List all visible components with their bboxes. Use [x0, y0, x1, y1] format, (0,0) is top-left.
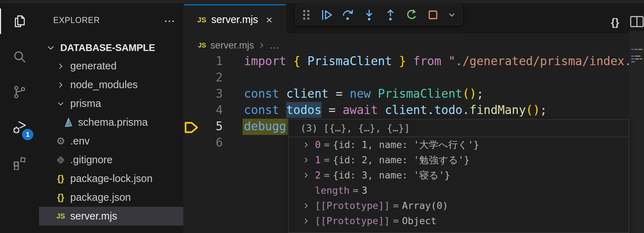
root-folder-label: DATABASE-SAMPLE	[60, 42, 155, 53]
chevron-right-icon[interactable]	[302, 217, 315, 225]
minimap-mark	[631, 49, 644, 50]
js-file-icon: JS	[198, 41, 206, 49]
line-number: 5	[184, 118, 223, 135]
minimap-mark	[631, 61, 644, 62]
chevron-down-icon	[45, 42, 57, 54]
file-tree: generated node_modules prisma schema.pri…	[39, 57, 183, 226]
sidebar-item-env[interactable]: ⚙ .env	[39, 132, 183, 150]
debug-stop-button[interactable]	[426, 8, 440, 22]
code-line-2: 2	[184, 69, 644, 86]
sidebar-item-generated[interactable]: generated	[39, 57, 183, 75]
sidebar-item-server-mjs[interactable]: JS server.mjs	[39, 207, 183, 226]
debug-count-badge: 1	[22, 129, 33, 140]
word-highlight-todos: todos	[286, 103, 321, 117]
git-icon	[55, 154, 67, 166]
split-editor-icon[interactable]	[630, 16, 644, 29]
debug-hover-popup: (3) [{…}, {…}, {…}] 0={id: 1, name: '大学へ…	[288, 119, 629, 233]
chevron-right-icon[interactable]	[302, 141, 315, 148]
activity-bar: 1	[0, 4, 39, 233]
vscode-window: { "activity_bar": { "items": [ {"name": …	[0, 0, 644, 233]
toolbar-dropdown-chevron-icon[interactable]	[448, 8, 456, 22]
more-actions-button[interactable]: ⋯	[164, 14, 176, 28]
popup-value-summary: (3) [{…}, {…}, {…}]	[288, 119, 629, 137]
line-number: 3	[184, 86, 223, 102]
drag-grip-icon[interactable]	[301, 8, 312, 22]
popup-row-0[interactable]: 0={id: 1, name: '大学へ行く'}	[288, 137, 629, 152]
extensions-icon	[12, 156, 27, 170]
js-file-icon: JS	[55, 210, 67, 222]
activity-explorer-button[interactable]	[0, 4, 39, 39]
tab-label: server.mjs	[211, 14, 258, 25]
sidebar-item-package-lock-json[interactable]: {} package-lock.json	[39, 169, 183, 188]
minimap-mark	[631, 56, 644, 57]
code-line-3: 3 const client = new PrismaClient();	[184, 86, 644, 102]
activity-search-button[interactable]	[0, 39, 39, 74]
sidebar-item-package-json[interactable]: {} package.json	[39, 188, 183, 207]
tree-item-label: node_modules	[70, 79, 138, 91]
source-control-icon	[12, 85, 27, 99]
prisma-file-icon	[62, 116, 74, 129]
explorer-sidebar: EXPLORER ⋯ DATABASE-SAMPLE generated nod…	[39, 4, 184, 233]
tabbar-divider	[286, 34, 644, 34]
minimap-mark	[631, 58, 644, 59]
debug-step-into-button[interactable]	[362, 8, 376, 22]
braces-action-icon[interactable]: {}	[611, 16, 619, 28]
chevron-right-icon	[55, 60, 67, 72]
sidebar-item-gitignore[interactable]: .gitignore	[39, 150, 183, 169]
activity-source-control-button[interactable]	[0, 74, 39, 110]
sidebar-title: EXPLORER	[53, 16, 100, 25]
tree-item-label: schema.prisma	[78, 116, 148, 128]
tree-item-label: generated	[70, 60, 117, 72]
tree-item-label: .env	[70, 135, 90, 147]
chevron-right-icon[interactable]	[302, 172, 315, 179]
line-number: 2	[184, 69, 223, 86]
tab-server-mjs[interactable]: JS server.mjs ×	[184, 4, 286, 34]
code-line-1: 1 import { PrismaClient } from "./genera…	[184, 53, 644, 69]
chevron-right-icon	[55, 79, 67, 91]
sidebar-item-prisma[interactable]: prisma	[39, 94, 183, 113]
debug-step-over-button[interactable]	[341, 8, 355, 22]
debug-toolbar	[295, 5, 462, 25]
tree-item-label: server.mjs	[70, 210, 117, 222]
sidebar-item-schema-prisma[interactable]: schema.prisma	[39, 113, 183, 132]
search-icon	[12, 50, 27, 64]
activity-run-debug-button[interactable]: 1	[0, 110, 39, 145]
files-icon	[12, 14, 27, 28]
close-icon[interactable]: ×	[266, 14, 273, 25]
js-file-icon: JS	[197, 16, 206, 24]
editor-actions: {}	[611, 12, 644, 33]
debug-continue-button[interactable]	[320, 8, 333, 22]
gear-icon: ⚙	[55, 135, 67, 147]
activity-extensions-button[interactable]	[0, 145, 39, 181]
sidebar-item-node-modules[interactable]: node_modules	[39, 75, 183, 94]
json-braces-icon: {}	[55, 192, 67, 204]
popup-row-prototype-array[interactable]: [[Prototype]]=Array(0)	[288, 198, 629, 213]
line-number: 6	[184, 135, 223, 151]
code-line-4: 4 const todos = await client.todo.findMa…	[184, 102, 644, 118]
chevron-right-icon	[258, 42, 265, 49]
line-number: 1	[184, 53, 223, 69]
popup-row-1[interactable]: 1={id: 2, name: '勉強する'}	[288, 152, 629, 167]
minimap[interactable]	[629, 31, 644, 233]
tree-item-label: package-lock.json	[70, 173, 152, 184]
popup-row-length[interactable]: length=3	[288, 183, 629, 198]
sidebar-header: EXPLORER ⋯	[39, 11, 184, 29]
breadcrumb-file[interactable]: server.mjs	[210, 40, 254, 51]
line-number: 4	[184, 102, 223, 118]
debug-step-out-button[interactable]	[384, 8, 397, 22]
breadcrumb-more[interactable]: …	[270, 40, 280, 51]
debug-restart-button[interactable]	[405, 8, 418, 22]
popup-row-2[interactable]: 2={id: 3, name: '寝る'}	[288, 167, 629, 183]
popup-row-prototype-object[interactable]: [[Prototype]]=Object	[288, 213, 629, 228]
chevron-down-icon	[55, 98, 67, 110]
root-folder-row[interactable]: DATABASE-SAMPLE	[39, 39, 184, 57]
chevron-right-icon[interactable]	[302, 202, 315, 209]
chevron-right-icon[interactable]	[302, 157, 315, 164]
tree-item-label: prisma	[70, 98, 101, 109]
json-braces-icon: {}	[55, 173, 67, 185]
tree-item-label: .gitignore	[70, 154, 112, 166]
tree-item-label: package.json	[70, 192, 131, 203]
breadcrumb[interactable]: JS server.mjs …	[198, 36, 280, 55]
